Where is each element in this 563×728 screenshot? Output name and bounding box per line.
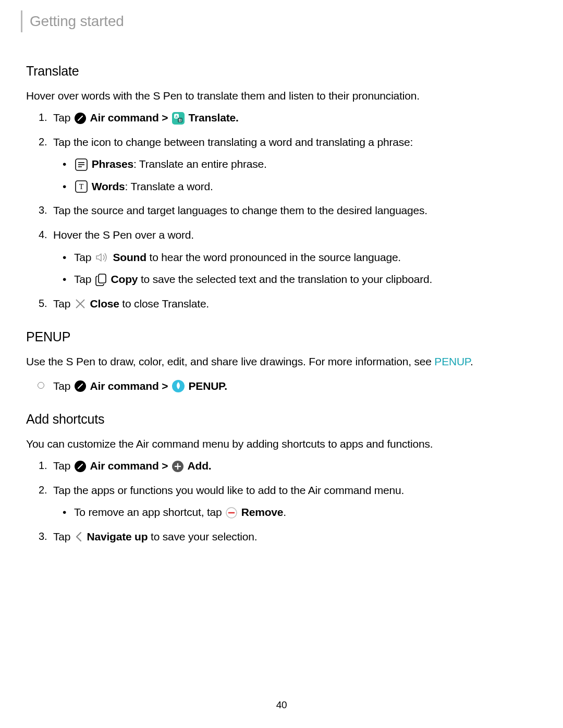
shortcuts-heading: Add shortcuts bbox=[26, 409, 537, 429]
text: > bbox=[162, 380, 168, 392]
translate-steps: Tap Air command > A한 Translate. Tap the … bbox=[26, 109, 537, 312]
translate-step-2: Tap the icon to change between translati… bbox=[26, 134, 537, 195]
copy-label: Copy bbox=[111, 273, 138, 285]
text: to close Translate. bbox=[119, 298, 209, 310]
sound-label: Sound bbox=[113, 251, 146, 263]
sound-icon bbox=[95, 252, 109, 263]
page-number: 40 bbox=[0, 697, 563, 712]
svg-text:T: T bbox=[79, 183, 84, 191]
translate-intro: Hover over words with the S Pen to trans… bbox=[26, 88, 537, 105]
phrases-label: Phrases bbox=[92, 158, 133, 170]
text: Tap the icon to change between translati… bbox=[53, 136, 413, 148]
close-label: Close bbox=[90, 298, 119, 310]
svg-text:A: A bbox=[175, 114, 178, 118]
phrases-icon bbox=[75, 158, 88, 171]
text: > bbox=[162, 112, 168, 124]
text: Hover the S Pen over a word. bbox=[53, 229, 194, 241]
text: Tap bbox=[53, 380, 70, 392]
words-icon: T bbox=[75, 180, 88, 193]
translate-heading: Translate bbox=[26, 61, 537, 81]
air-command-icon bbox=[75, 461, 86, 472]
svg-rect-13 bbox=[99, 274, 106, 283]
air-command-label: Air command bbox=[90, 460, 159, 472]
text: Tap bbox=[53, 112, 70, 124]
text: Tap bbox=[53, 298, 70, 310]
shortcuts-step2-sublist: To remove an app shortcut, tap Remove. bbox=[53, 504, 537, 521]
navigate-up-icon bbox=[75, 531, 83, 542]
text: to save your selection. bbox=[148, 530, 257, 542]
shortcuts-steps: Tap Air command > Add. Tap the apps or f… bbox=[26, 458, 537, 545]
text: Tap the apps or functions you would like… bbox=[53, 484, 404, 496]
text: . bbox=[283, 506, 286, 518]
text: Tap bbox=[53, 460, 70, 472]
penup-item: Tap Air command > PENUP. bbox=[26, 378, 537, 395]
text: : Translate a word. bbox=[125, 180, 213, 192]
air-command-label: Air command bbox=[90, 112, 159, 124]
air-command-icon bbox=[75, 380, 86, 392]
air-command-label: Air command bbox=[90, 380, 159, 392]
remove-item: To remove an app shortcut, tap Remove. bbox=[53, 504, 537, 521]
text: . bbox=[470, 355, 473, 367]
shortcuts-step-3: Tap Navigate up to save your selection. bbox=[26, 528, 537, 546]
translate-step4-sublist: Tap Sound to hear the word pronounced in… bbox=[53, 249, 537, 288]
shortcuts-intro: You can customize the Air command menu b… bbox=[26, 436, 537, 453]
words-label: Words bbox=[92, 180, 125, 192]
air-command-icon bbox=[75, 113, 86, 124]
close-icon bbox=[75, 298, 86, 310]
translate-step2-sublist: Phrases: Translate an entire phrase. T W… bbox=[53, 156, 537, 195]
svg-text:한: 한 bbox=[178, 118, 182, 122]
text: Tap bbox=[53, 530, 70, 542]
breadcrumb-text: Getting started bbox=[30, 10, 124, 32]
breadcrumb: Getting started bbox=[21, 10, 537, 32]
translate-step-3: Tap the source and target languages to c… bbox=[26, 202, 537, 219]
penup-label: PENUP bbox=[189, 380, 225, 392]
text: to hear the word pronounced in the sourc… bbox=[146, 251, 401, 263]
text: . bbox=[224, 380, 227, 392]
remove-icon bbox=[226, 507, 237, 519]
translate-step-1: Tap Air command > A한 Translate. bbox=[26, 109, 537, 127]
translate-step-5: Tap Close to close Translate. bbox=[26, 295, 537, 313]
penup-icon bbox=[172, 380, 185, 392]
penup-link[interactable]: PENUP bbox=[434, 355, 470, 367]
text: Tap bbox=[74, 251, 91, 263]
translate-step-4: Hover the S Pen over a word. Tap Sound t… bbox=[26, 227, 537, 288]
text: to save the selected text and the transl… bbox=[138, 273, 432, 285]
penup-intro: Use the S Pen to draw, color, edit, and … bbox=[26, 353, 537, 371]
add-icon bbox=[172, 461, 183, 472]
remove-label: Remove bbox=[241, 506, 284, 518]
text: Use the S Pen to draw, color, edit, and … bbox=[26, 355, 434, 367]
text: To remove an app shortcut, tap bbox=[74, 506, 225, 518]
text: . bbox=[236, 112, 239, 124]
translate-label: Translate bbox=[189, 112, 236, 124]
text: : Translate an entire phrase. bbox=[133, 158, 267, 170]
text: Tap bbox=[74, 273, 91, 285]
shortcuts-step-1: Tap Air command > Add. bbox=[26, 458, 537, 475]
phrases-item: Phrases: Translate an entire phrase. bbox=[53, 156, 537, 173]
sound-item: Tap Sound to hear the word pronounced in… bbox=[53, 249, 537, 266]
text: . bbox=[209, 460, 212, 472]
penup-list: Tap Air command > PENUP. bbox=[26, 378, 537, 395]
penup-heading: PENUP bbox=[26, 327, 537, 347]
text: > bbox=[162, 460, 168, 472]
navigate-up-label: Navigate up bbox=[87, 530, 148, 542]
words-item: T Words: Translate a word. bbox=[53, 178, 537, 195]
shortcuts-step-2: Tap the apps or functions you would like… bbox=[26, 482, 537, 521]
translate-icon: A한 bbox=[172, 112, 185, 125]
add-label: Add bbox=[188, 460, 209, 472]
copy-icon bbox=[95, 274, 107, 286]
copy-item: Tap Copy to save the selected text and t… bbox=[53, 271, 537, 288]
